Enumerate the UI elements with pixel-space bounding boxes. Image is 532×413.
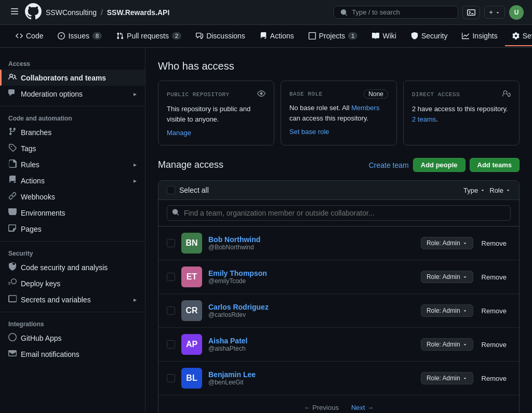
- tags-label: Tags: [21, 144, 36, 153]
- rules-chevron: ▸: [134, 161, 137, 168]
- members-link[interactable]: Members: [351, 104, 379, 112]
- remove-button-benjamin[interactable]: Remove: [477, 372, 511, 384]
- member-name-aisha[interactable]: Aisha Patel: [208, 337, 247, 345]
- member-handle-aisha: @aishaPtech: [208, 345, 415, 352]
- moderation-icon: [8, 89, 17, 99]
- member-name-bob[interactable]: Bob Northwind: [208, 235, 260, 244]
- member-row: BN Bob Northwind @BobNorthwind Role: Adm…: [158, 227, 519, 260]
- terminal-button[interactable]: [462, 6, 480, 19]
- search-row: [158, 200, 519, 227]
- manage-access-actions: Create team Add people Add teams: [369, 158, 520, 172]
- sidebar-item-secrets[interactable]: Secrets and variables ▸: [0, 291, 145, 308]
- github-logo: [25, 3, 42, 21]
- sidebar-item-code-security[interactable]: Code security and analysis: [0, 259, 145, 275]
- member-avatar-carlos: CR: [181, 300, 202, 321]
- tab-pulls[interactable]: Pull requests 2: [109, 26, 189, 46]
- rules-icon: [8, 159, 17, 169]
- tab-code[interactable]: Code: [8, 26, 50, 46]
- sidebar-item-tags[interactable]: Tags: [0, 140, 145, 156]
- role-button-emily[interactable]: Role: Admin: [421, 271, 473, 283]
- sidebar-item-collaborators[interactable]: Collaborators and teams: [0, 70, 145, 86]
- teams-link[interactable]: 2 teams: [412, 115, 436, 123]
- code-security-icon: [8, 262, 17, 272]
- direct-access-label: DIRECT ACCESS: [412, 91, 460, 98]
- role-button-bob[interactable]: Role: Admin: [421, 237, 473, 249]
- member-name-benjamin[interactable]: Benjamin Lee: [208, 370, 256, 379]
- sidebar-section-access: Access Collaborators and teams Moderatio…: [0, 56, 145, 102]
- member-info-aisha: Aisha Patel @aishaPtech: [208, 337, 415, 352]
- member-avatar-aisha: AP: [181, 334, 202, 355]
- member-avatar-emily: ET: [181, 267, 202, 287]
- tab-insights[interactable]: Insights: [455, 26, 504, 46]
- global-search[interactable]: Type / to search: [334, 6, 458, 19]
- manage-link[interactable]: Manage: [167, 129, 191, 137]
- role-button-benjamin[interactable]: Role: Admin: [421, 372, 473, 384]
- tab-settings[interactable]: Settings: [505, 26, 532, 46]
- tab-issues[interactable]: Issues 8: [50, 26, 109, 46]
- repo-path: SSWConsulting / SSW.Rewards.API: [46, 8, 169, 17]
- actions-icon: [8, 176, 17, 185]
- sidebar-item-branches[interactable]: Branches: [0, 124, 145, 140]
- tab-discussions[interactable]: Discussions: [189, 26, 252, 46]
- search-icon: [172, 209, 179, 218]
- hamburger-button[interactable]: [8, 5, 21, 19]
- sidebar-item-actions[interactable]: Actions ▸: [0, 172, 145, 189]
- role-button-aisha[interactable]: Role: Admin: [421, 338, 473, 351]
- add-people-button[interactable]: Add people: [413, 158, 466, 172]
- github-apps-icon: [8, 333, 17, 343]
- member-checkbox-aisha[interactable]: [167, 340, 175, 349]
- tab-security[interactable]: Security: [404, 26, 455, 46]
- sidebar-section-integrations: Integrations GitHub Apps Email notificat…: [0, 316, 145, 362]
- sidebar-item-environments[interactable]: Environments: [0, 205, 145, 221]
- member-checkbox-bob[interactable]: [167, 239, 175, 247]
- sidebar-item-moderation[interactable]: Moderation options ▸: [0, 86, 145, 102]
- new-button[interactable]: +: [484, 6, 505, 19]
- webhooks-icon: [8, 192, 17, 202]
- member-checkbox-benjamin[interactable]: [167, 374, 175, 382]
- secrets-chevron: ▸: [134, 296, 137, 303]
- type-filter-button[interactable]: Type: [463, 186, 485, 194]
- sidebar-item-rules[interactable]: Rules ▸: [0, 156, 145, 172]
- org-link[interactable]: SSWConsulting: [46, 8, 97, 17]
- tab-projects[interactable]: Projects 1: [301, 26, 365, 46]
- person-icon: [502, 89, 511, 100]
- select-all-checkbox[interactable]: [167, 186, 175, 194]
- tab-actions[interactable]: Actions: [252, 26, 301, 46]
- page-body: Access Collaborators and teams Moderatio…: [0, 48, 532, 413]
- role-filter-button[interactable]: Role: [489, 186, 511, 194]
- direct-access-body: 2 have access to this repository. 2 team…: [412, 104, 511, 124]
- remove-button-bob[interactable]: Remove: [477, 237, 511, 249]
- create-team-button[interactable]: Create team: [369, 161, 409, 169]
- sidebar-item-email-notifications[interactable]: Email notifications: [0, 346, 145, 362]
- sidebar-item-deploy-keys[interactable]: Deploy keys: [0, 275, 145, 291]
- remove-button-aisha[interactable]: Remove: [477, 339, 511, 351]
- role-button-carlos[interactable]: Role: Admin: [421, 304, 473, 317]
- none-badge: None: [364, 89, 388, 99]
- tab-wiki[interactable]: Wiki: [365, 26, 403, 46]
- member-checkbox-carlos[interactable]: [167, 307, 175, 315]
- environments-label: Environments: [21, 209, 65, 217]
- member-name-carlos[interactable]: Carlos Rodriguez: [208, 303, 269, 311]
- member-row: AP Aisha Patel @aishaPtech Role: Admin R…: [158, 328, 519, 362]
- user-avatar[interactable]: U: [509, 5, 524, 20]
- remove-button-carlos[interactable]: Remove: [477, 305, 511, 317]
- sidebar-item-github-apps[interactable]: GitHub Apps: [0, 330, 145, 346]
- member-search-input[interactable]: [167, 205, 511, 221]
- member-actions-benjamin: Role: Admin Remove: [421, 372, 511, 384]
- member-checkbox-emily[interactable]: [167, 273, 175, 281]
- main-content: Who has access PUBLIC REPOSITORY This re…: [145, 48, 532, 413]
- sidebar-item-pages[interactable]: Pages: [0, 221, 145, 237]
- tags-icon: [8, 143, 17, 153]
- next-page-button[interactable]: Next →: [347, 402, 378, 413]
- set-base-role-link[interactable]: Set base role: [289, 128, 329, 136]
- remove-button-emily[interactable]: Remove: [477, 271, 511, 283]
- manage-access-title: Manage access: [158, 159, 223, 170]
- repo-link[interactable]: SSW.Rewards.API: [107, 8, 170, 17]
- prev-page-button[interactable]: ← Previous: [300, 402, 343, 413]
- sidebar-item-webhooks[interactable]: Webhooks: [0, 189, 145, 205]
- secrets-label: Secrets and variables: [21, 296, 91, 304]
- member-name-emily[interactable]: Emily Thompson: [208, 269, 267, 277]
- email-notifications-label: Email notifications: [21, 350, 79, 358]
- add-teams-button[interactable]: Add teams: [470, 158, 520, 172]
- branches-label: Branches: [21, 128, 51, 137]
